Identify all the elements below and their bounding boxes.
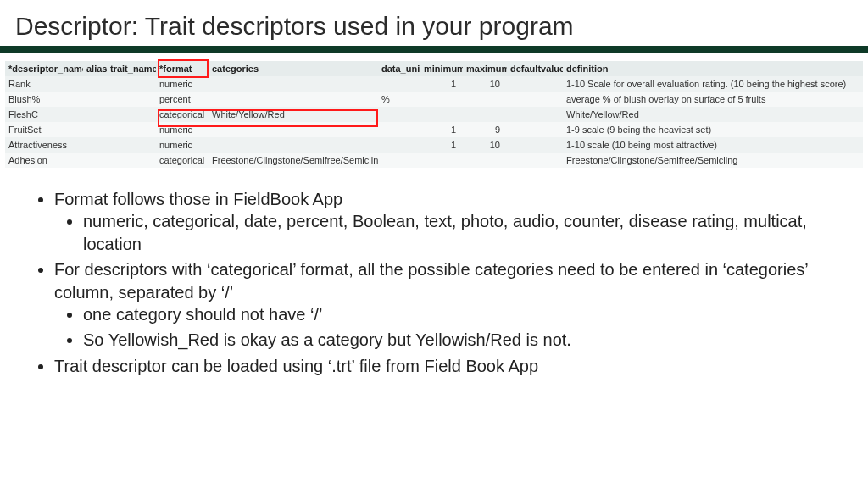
table-row: AdhesioncategoricalFreestone/Clingstone/…: [5, 152, 863, 168]
col-definition: definition: [563, 61, 863, 76]
cell-defaultvalue: [507, 107, 563, 122]
cell-data_unit: %: [378, 92, 420, 107]
cell-data_unit: [378, 107, 420, 122]
cell-trait_name: [107, 76, 156, 92]
cell-categories: White/Yellow/Red: [209, 107, 378, 122]
table-row: Blush%percent%average % of blush overlay…: [5, 92, 863, 107]
cell-maximum: 10: [463, 76, 507, 92]
col-format: *format: [156, 61, 209, 76]
cell-categories: [209, 76, 378, 92]
cell-alias: [83, 122, 107, 137]
cell-alias: [83, 107, 107, 122]
cell-trait_name: [107, 122, 156, 137]
cell-format: categorical: [156, 107, 209, 122]
cell-alias: [83, 92, 107, 107]
cell-categories: [209, 122, 378, 137]
cell-defaultvalue: [507, 122, 563, 137]
cell-format: categorical: [156, 152, 209, 168]
cell-categories: [209, 92, 378, 107]
title-divider: [0, 46, 868, 53]
cell-alias: [83, 137, 107, 152]
table-row: Attractivenessnumeric1101-10 scale (10 b…: [5, 137, 863, 152]
descriptor-table-wrap: *descriptor_name alias trait_name *forma…: [0, 53, 868, 173]
cell-definition: average % of blush overlay on surface of…: [563, 92, 863, 107]
table-header-row: *descriptor_name alias trait_name *forma…: [5, 61, 863, 76]
cell-categories: Freestone/Clingstone/Semifree/Semicling: [209, 152, 378, 168]
bullet-1a: numeric, categorical, date, percent, Boo…: [83, 210, 844, 255]
cell-format: numeric: [156, 137, 209, 152]
col-alias: alias: [83, 61, 107, 76]
cell-descriptor_name: Adhesion: [5, 152, 83, 168]
bullet-1: Format follows those in FieldBook App nu…: [54, 188, 844, 255]
bullet-3: Trait descriptor can be loaded using ‘.t…: [54, 355, 844, 377]
cell-trait_name: [107, 152, 156, 168]
cell-minimum: [420, 92, 463, 107]
cell-descriptor_name: FleshC: [5, 107, 83, 122]
bullet-list: Format follows those in FieldBook App nu…: [0, 173, 868, 377]
cell-definition: 1-10 Scale for overall evaluation rating…: [563, 76, 863, 92]
col-categories: categories: [209, 61, 378, 76]
cell-format: percent: [156, 92, 209, 107]
cell-data_unit: [378, 76, 420, 92]
slide-title: Descriptor: Trait descriptors used in yo…: [15, 12, 853, 41]
col-descriptor-name: *descriptor_name: [5, 61, 83, 76]
cell-alias: [83, 152, 107, 168]
cell-maximum: [463, 107, 507, 122]
cell-minimum: [420, 152, 463, 168]
cell-descriptor_name: FruitSet: [5, 122, 83, 137]
cell-descriptor_name: Blush%: [5, 92, 83, 107]
cell-trait_name: [107, 92, 156, 107]
cell-data_unit: [378, 152, 420, 168]
cell-maximum: 10: [463, 137, 507, 152]
descriptor-table: *descriptor_name alias trait_name *forma…: [5, 61, 863, 168]
cell-trait_name: [107, 107, 156, 122]
col-trait-name: trait_name: [107, 61, 156, 76]
table-row: FruitSetnumeric191-9 scale (9 being the …: [5, 122, 863, 137]
table-row: Ranknumeric1101-10 Scale for overall eva…: [5, 76, 863, 92]
cell-minimum: 1: [420, 122, 463, 137]
table-row: FleshCcategoricalWhite/Yellow/RedWhite/Y…: [5, 107, 863, 122]
cell-alias: [83, 76, 107, 92]
cell-data_unit: [378, 122, 420, 137]
cell-definition: 1-9 scale (9 being the heaviest set): [563, 122, 863, 137]
cell-minimum: [420, 107, 463, 122]
cell-format: numeric: [156, 122, 209, 137]
cell-categories: [209, 137, 378, 152]
cell-maximum: [463, 92, 507, 107]
cell-defaultvalue: [507, 92, 563, 107]
col-maximum: maximum: [463, 61, 507, 76]
bullet-2: For descriptors with ‘categorical’ forma…: [54, 258, 844, 352]
bullet-2a: one category should not have ‘/’: [83, 303, 844, 325]
cell-defaultvalue: [507, 152, 563, 168]
cell-defaultvalue: [507, 137, 563, 152]
cell-definition: Freestone/Clingstone/Semifree/Semicling: [563, 152, 863, 168]
col-minimum: minimum: [420, 61, 463, 76]
bullet-2b: So Yellowish_Red is okay as a category b…: [83, 329, 844, 351]
cell-descriptor_name: Rank: [5, 76, 83, 92]
cell-trait_name: [107, 137, 156, 152]
cell-data_unit: [378, 137, 420, 152]
cell-minimum: 1: [420, 76, 463, 92]
cell-descriptor_name: Attractiveness: [5, 137, 83, 152]
cell-definition: White/Yellow/Red: [563, 107, 863, 122]
col-data-unit: data_unit: [378, 61, 420, 76]
cell-maximum: 9: [463, 122, 507, 137]
cell-maximum: [463, 152, 507, 168]
cell-defaultvalue: [507, 76, 563, 92]
cell-definition: 1-10 scale (10 being most attractive): [563, 137, 863, 152]
cell-format: numeric: [156, 76, 209, 92]
col-defaultvalue: defaultvalue: [507, 61, 563, 76]
cell-minimum: 1: [420, 137, 463, 152]
